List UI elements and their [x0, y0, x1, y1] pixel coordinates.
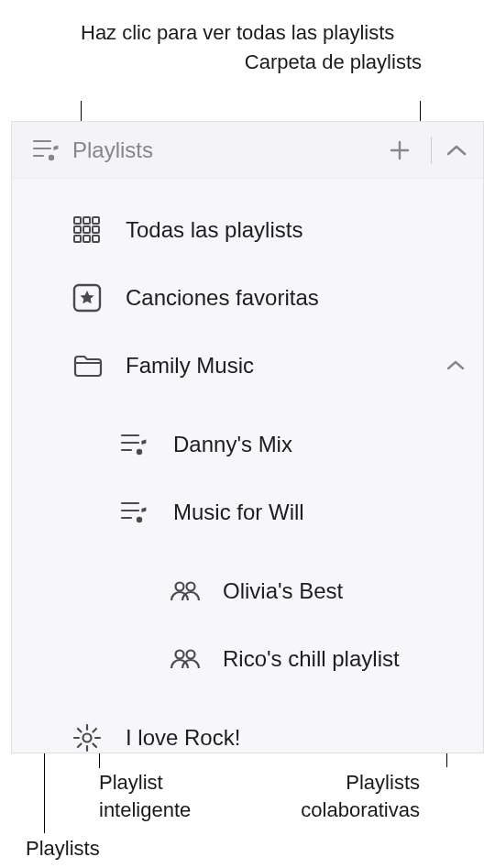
sidebar-item-all-playlists[interactable]: Todas las playlists	[12, 203, 483, 258]
svg-point-28	[187, 651, 195, 659]
chevron-up-icon[interactable]	[446, 360, 465, 371]
playlists-sidebar: Playlists	[11, 121, 484, 753]
sidebar-item-label: Todas las playlists	[126, 217, 465, 243]
callout-smart-2: inteligente	[99, 797, 191, 823]
sidebar-item-label: Rico's chill playlist	[223, 646, 465, 672]
grid-icon	[72, 215, 126, 245]
svg-rect-11	[93, 226, 99, 233]
callout-collab-2: colaborativas	[301, 797, 420, 823]
sidebar-item-olivias-best[interactable]: Olivia's Best	[12, 564, 483, 619]
star-square-icon	[72, 283, 126, 313]
callout-playlists: Playlists	[26, 836, 100, 862]
sidebar-item-danny-mix[interactable]: Danny's Mix	[12, 417, 483, 472]
svg-rect-12	[74, 236, 81, 242]
svg-rect-7	[83, 217, 90, 224]
svg-rect-6	[74, 217, 81, 224]
svg-rect-10	[83, 226, 90, 233]
callout-folder: Carpeta de playlists	[245, 49, 422, 75]
svg-point-25	[176, 583, 184, 591]
group-icon	[170, 648, 223, 670]
svg-line-34	[78, 729, 82, 732]
header-divider	[431, 137, 432, 164]
chevron-up-icon[interactable]	[446, 144, 467, 157]
svg-rect-13	[83, 236, 90, 242]
svg-point-3	[49, 154, 54, 159]
sidebar-item-folder-family[interactable]: Family Music	[12, 338, 483, 393]
svg-rect-8	[93, 217, 99, 224]
svg-point-24	[137, 517, 142, 522]
svg-line-35	[94, 744, 97, 748]
sidebar-item-label: Canciones favoritas	[126, 285, 465, 311]
sidebar-item-label: Music for Will	[173, 500, 465, 525]
sidebar-item-label: Family Music	[126, 353, 446, 379]
group-icon	[170, 580, 223, 602]
sidebar-item-label: Olivia's Best	[223, 578, 465, 604]
sidebar-item-favorites[interactable]: Canciones favoritas	[12, 270, 483, 325]
svg-point-20	[137, 449, 142, 455]
sidebar-item-label: I love Rock!	[126, 725, 465, 751]
svg-rect-14	[93, 236, 99, 242]
playlist-icon	[120, 500, 173, 524]
sidebar-item-smart-rock[interactable]: I love Rock!	[12, 710, 483, 765]
callout-smart-1: Playlist	[99, 770, 163, 796]
svg-line-36	[94, 729, 97, 732]
svg-point-27	[176, 651, 184, 659]
callout-click-all: Haz clic para ver todas las playlists	[81, 20, 394, 46]
svg-point-26	[187, 583, 195, 591]
svg-rect-9	[74, 226, 81, 233]
svg-point-29	[83, 734, 92, 742]
sidebar-item-music-for-will[interactable]: Music for Will	[12, 485, 483, 540]
add-playlist-button[interactable]	[389, 139, 411, 161]
playlists-section-title: Playlists	[65, 137, 389, 163]
playlist-icon	[120, 433, 173, 456]
svg-line-37	[78, 744, 82, 748]
sidebar-item-label: Danny's Mix	[173, 432, 465, 457]
callout-collab-1: Playlists	[346, 770, 420, 796]
folder-icon	[72, 353, 126, 379]
playlists-section-header[interactable]: Playlists	[12, 122, 483, 179]
sidebar-item-ricos-chill[interactable]: Rico's chill playlist	[12, 632, 483, 687]
playlist-icon	[32, 138, 65, 162]
gear-icon	[72, 723, 126, 753]
